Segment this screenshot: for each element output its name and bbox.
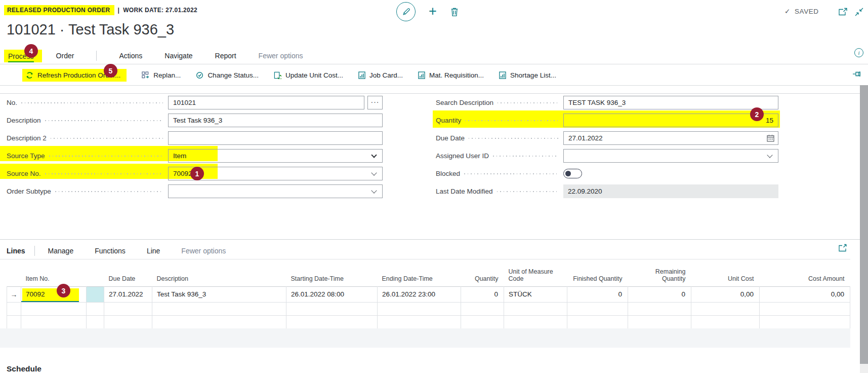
ending-date-time-cell[interactable]: 26.01.2022 23:00 <box>378 286 461 302</box>
pin-icon[interactable] <box>852 70 862 78</box>
delete-button[interactable] <box>450 7 459 17</box>
row-indicator-arrow: → <box>11 290 18 299</box>
field-row-source-type: Source Type Item <box>7 147 383 165</box>
action-label: Change Status... <box>208 71 259 79</box>
field-row-due-date: Due Date 27.01.2022 <box>436 129 778 147</box>
assigned-user-id-field[interactable] <box>563 149 778 163</box>
tab-actions[interactable]: Actions <box>119 52 142 60</box>
open-in-window-icon <box>838 8 847 16</box>
description-label: Description <box>7 117 41 124</box>
lines-line-button[interactable]: Line <box>147 247 160 255</box>
due-date-field[interactable]: 27.01.2022 <box>563 131 778 145</box>
shortage-list-button[interactable]: Shortage List... <box>499 71 556 79</box>
col-finished-quantity[interactable]: Finished Quantity <box>567 259 628 286</box>
search-description-field[interactable]: TEST TASK 936_3 <box>563 96 778 109</box>
change-status-button[interactable]: Change Status... <box>196 71 259 79</box>
chevron-down-icon <box>371 188 377 193</box>
description-cell[interactable]: Test Task 936_3 <box>152 286 286 302</box>
lines-table: Item No. Due Date Description Starting D… <box>7 259 850 329</box>
action-label: Mat. Requisition... <box>429 71 484 79</box>
calendar-icon[interactable] <box>767 134 774 142</box>
lines-top-border <box>0 239 860 240</box>
uom-cell[interactable]: STÜCK <box>504 286 567 302</box>
update-unit-cost-icon <box>274 71 281 79</box>
tab-order[interactable]: Order <box>56 52 74 60</box>
due-date-cell[interactable]: 27.01.2022 <box>104 286 152 302</box>
toggle-knob <box>565 171 571 176</box>
starting-date-time-cell[interactable]: 26.01.2022 08:00 <box>286 286 378 302</box>
order-subtype-label: Order Subtype <box>7 188 51 195</box>
annotation-badge-3: 3 <box>57 284 70 297</box>
col-cost-amount[interactable]: Cost Amount <box>760 259 850 286</box>
replan-button[interactable]: Replan... <box>142 71 181 79</box>
expand-lines-icon[interactable] <box>838 244 847 252</box>
job-card-button[interactable]: Job Card... <box>358 71 403 79</box>
form-column-right: Search Description TEST TASK 936_3 Quant… <box>436 94 778 200</box>
col-item-no[interactable]: Item No. <box>21 259 87 286</box>
col-flag <box>87 259 104 286</box>
source-type-select[interactable]: Item <box>168 149 383 163</box>
chevron-down-icon <box>371 170 377 175</box>
replan-icon <box>142 71 149 79</box>
tab-report[interactable]: Report <box>215 52 236 60</box>
fewer-options-button[interactable]: Fewer options <box>259 52 303 60</box>
finished-quantity-cell[interactable]: 0 <box>567 286 628 302</box>
annotation-badge-1: 1 <box>190 167 204 180</box>
dotted-leader <box>51 138 163 139</box>
lines-manage-button[interactable]: Manage <box>48 247 74 255</box>
quantity-cell[interactable]: 0 <box>461 286 504 302</box>
action-label: Replan... <box>153 71 181 79</box>
annotation-badge-5: 5 <box>104 64 117 78</box>
col-unit-cost[interactable]: Unit Cost <box>691 259 760 286</box>
dotted-leader <box>49 156 163 157</box>
col-description[interactable]: Description <box>152 259 286 286</box>
dotted-leader <box>497 191 558 192</box>
due-date-label: Due Date <box>436 134 465 142</box>
saved-label: SAVED <box>795 8 819 15</box>
open-in-window-button[interactable] <box>838 8 847 16</box>
order-subtype-field[interactable] <box>168 184 383 198</box>
field-row-order-subtype: Order Subtype <box>7 182 383 200</box>
col-unit-of-measure-code[interactable]: Unit of Measure Code <box>504 259 567 286</box>
table-row: → 70092 27.01.2022 Test Task 936_3 26.01… <box>7 286 850 302</box>
col-starting-date-time[interactable]: Starting Date-Time <box>286 259 378 286</box>
check-icon: ✓ <box>784 7 791 15</box>
chevron-down-icon <box>371 152 377 158</box>
field-row-search-description: Search Description TEST TASK 936_3 <box>436 94 778 111</box>
mat-requisition-button[interactable]: Mat. Requisition... <box>418 71 484 79</box>
collapse-button[interactable] <box>855 8 863 16</box>
update-unit-cost-button[interactable]: Update Unit Cost... <box>274 71 343 79</box>
flag-cell[interactable] <box>87 286 104 302</box>
edit-button[interactable] <box>396 2 416 21</box>
col-ending-date-time[interactable]: Ending Date-Time <box>378 259 461 286</box>
field-row-quantity: Quantity 15 <box>436 111 778 129</box>
no-field[interactable]: 101021 <box>168 96 364 109</box>
tab-navigate[interactable]: Navigate <box>164 52 192 60</box>
description2-label: Description 2 <box>7 134 47 142</box>
unit-cost-cell[interactable]: 0,00 <box>691 286 760 302</box>
caption-separator: | <box>118 7 120 14</box>
lines-title: Lines <box>7 247 25 255</box>
dotted-leader <box>45 173 163 174</box>
item-no-cell[interactable]: 70092 <box>21 286 87 302</box>
lines-functions-button[interactable]: Functions <box>95 247 126 255</box>
cost-amount-cell[interactable]: 0,00 <box>760 286 850 302</box>
blocked-toggle[interactable] <box>563 169 582 178</box>
annotation-badge-2: 2 <box>750 107 764 121</box>
quantity-field[interactable]: 15 <box>563 114 778 127</box>
dotted-leader <box>493 156 558 157</box>
lines-fewer-options-button[interactable]: Fewer options <box>181 247 226 255</box>
menu-bar: Process Order Actions Navigate Report Fe… <box>0 48 868 64</box>
vertical-scrollbar-thumb[interactable] <box>860 85 868 364</box>
record-commands: + <box>396 2 459 21</box>
info-icon[interactable]: i <box>854 48 863 57</box>
col-due-date[interactable]: Due Date <box>104 259 152 286</box>
new-button[interactable]: + <box>429 5 437 18</box>
remaining-quantity-cell[interactable]: 0 <box>628 286 691 302</box>
assist-edit-button[interactable]: ··· <box>367 96 383 109</box>
col-remaining-quantity[interactable]: Remaining Quantity <box>628 259 691 286</box>
source-type-label: Source Type <box>7 152 45 160</box>
col-quantity[interactable]: Quantity <box>461 259 504 286</box>
description2-field[interactable] <box>168 131 383 145</box>
description-field[interactable]: Test Task 936_3 <box>168 114 383 127</box>
